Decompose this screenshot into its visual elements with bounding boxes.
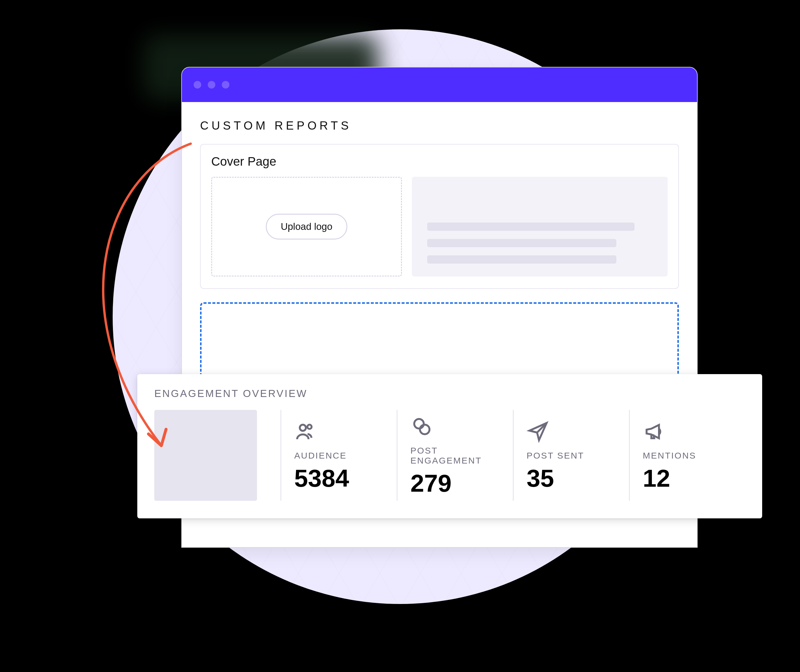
metric-value: 12 bbox=[643, 466, 732, 491]
svg-point-2 bbox=[414, 419, 424, 429]
megaphone-icon bbox=[643, 420, 732, 451]
window-dot-icon bbox=[194, 81, 201, 88]
window-titlebar bbox=[182, 67, 697, 102]
placeholder-line bbox=[427, 222, 635, 231]
placeholder-line bbox=[427, 255, 616, 264]
engagement-icon bbox=[410, 415, 500, 446]
upload-logo-button[interactable]: Upload logo bbox=[266, 214, 347, 240]
svg-point-1 bbox=[308, 425, 311, 429]
placeholder-line bbox=[427, 239, 616, 247]
audience-icon bbox=[294, 420, 384, 451]
metric-post-sent: POST SENT 35 bbox=[513, 410, 629, 501]
metric-mentions: MENTIONS 12 bbox=[629, 410, 745, 501]
metric-label: AUDIENCE bbox=[294, 451, 384, 461]
window-dot-icon bbox=[208, 81, 215, 88]
metric-value: 35 bbox=[527, 466, 616, 491]
upload-logo-dropzone[interactable]: Upload logo bbox=[211, 177, 402, 277]
metric-value: 5384 bbox=[294, 466, 384, 491]
cover-page-title: Cover Page bbox=[211, 155, 668, 169]
cover-page-panel: Cover Page Upload logo bbox=[200, 144, 679, 289]
metric-value: 279 bbox=[410, 471, 500, 496]
paper-plane-icon bbox=[527, 420, 616, 451]
metric-audience: AUDIENCE 5384 bbox=[281, 410, 397, 501]
cover-page-row: Upload logo bbox=[211, 177, 668, 277]
metric-label: POST ENGAGEMENT bbox=[410, 446, 500, 466]
engagement-overview-title: ENGAGEMENT OVERVIEW bbox=[154, 387, 745, 399]
page-title: CUSTOM REPORTS bbox=[200, 119, 679, 132]
drag-arrow-icon bbox=[67, 141, 220, 469]
svg-point-3 bbox=[420, 425, 430, 435]
cover-text-placeholder[interactable] bbox=[412, 177, 668, 277]
svg-point-0 bbox=[300, 425, 306, 431]
metric-label: POST SENT bbox=[527, 451, 616, 461]
metric-post-engagement: POST ENGAGEMENT 279 bbox=[397, 410, 513, 501]
engagement-overview-card[interactable]: ENGAGEMENT OVERVIEW AUDIENCE 5384 POST E… bbox=[137, 374, 762, 518]
metric-label: MENTIONS bbox=[643, 451, 732, 461]
engagement-metrics-row: AUDIENCE 5384 POST ENGAGEMENT 279 POST S… bbox=[154, 410, 745, 501]
window-dot-icon bbox=[222, 81, 229, 88]
